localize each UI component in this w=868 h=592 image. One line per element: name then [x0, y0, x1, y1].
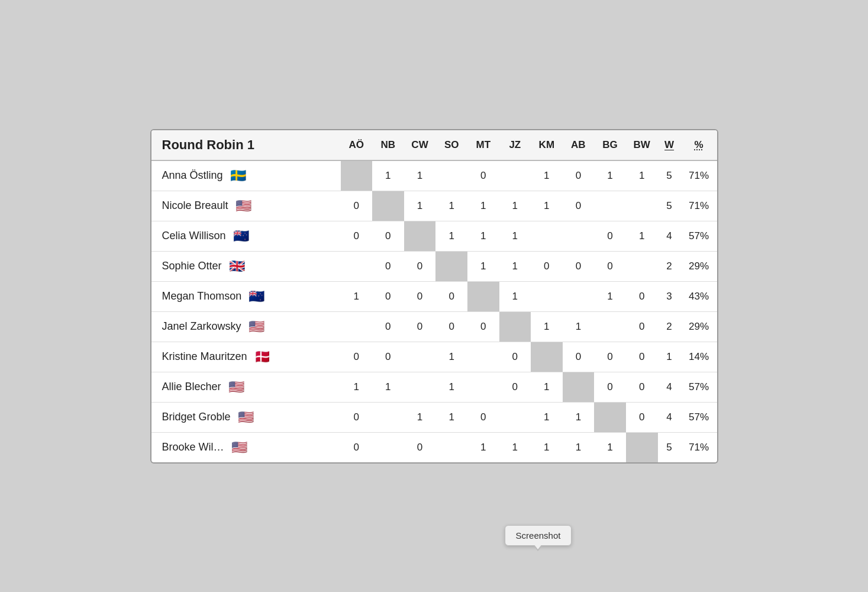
player-name: Janel Zarkowsky	[162, 320, 241, 333]
result-cell	[531, 281, 563, 311]
result-cell: 1	[531, 191, 563, 221]
result-cell	[531, 342, 563, 372]
result-cell	[563, 281, 595, 311]
result-cell: 1	[563, 432, 595, 462]
result-cell: 0	[404, 251, 436, 281]
result-cell: 1	[435, 402, 467, 432]
result-cell: 0	[594, 342, 626, 372]
result-cell	[404, 221, 436, 251]
col-header-ab: AB	[563, 130, 595, 160]
col-header-jz: JZ	[499, 130, 531, 160]
result-cell	[341, 311, 373, 342]
result-cell: 1	[531, 311, 563, 342]
player-name: Kristine Mauritzen	[162, 350, 247, 363]
result-cell: 1	[435, 191, 467, 221]
col-header-ao: AÖ	[341, 130, 373, 160]
table-row: Celia Willison 🇳🇿 0011101457%	[151, 221, 717, 251]
pct-cell: 29%	[681, 251, 717, 281]
pct-cell: 57%	[681, 221, 717, 251]
result-cell: 1	[341, 372, 373, 402]
result-cell: 1	[372, 160, 404, 191]
result-cell: 0	[372, 342, 404, 372]
result-cell: 0	[563, 342, 595, 372]
result-cell	[341, 160, 373, 191]
result-cell: 0	[341, 402, 373, 432]
col-header-bw: BW	[626, 130, 658, 160]
player-cell: Kristine Mauritzen 🇩🇰	[151, 342, 341, 372]
result-cell: 1	[531, 402, 563, 432]
player-flag: 🇳🇿	[233, 230, 249, 243]
result-cell: 0	[626, 281, 658, 311]
player-cell: Bridget Groble 🇺🇸	[151, 402, 341, 432]
result-cell	[531, 221, 563, 251]
result-cell: 0	[626, 342, 658, 372]
player-name: Celia Willison	[162, 230, 226, 242]
table-row: Nicole Breault 🇺🇸 0111110571%	[151, 191, 717, 221]
result-cell: 0	[341, 342, 373, 372]
result-cell: 1	[467, 251, 499, 281]
screenshot-tooltip: Screenshot	[505, 525, 572, 546]
result-cell	[594, 402, 626, 432]
table-row: Megan Thomson 🇳🇿 1000110343%	[151, 281, 717, 311]
result-cell	[435, 432, 467, 462]
player-flag: 🇺🇸	[238, 411, 254, 424]
player-flag: 🇸🇪	[230, 169, 246, 182]
player-cell: Nicole Breault 🇺🇸	[151, 191, 341, 221]
player-cell: Janel Zarkowsky 🇺🇸	[151, 311, 341, 342]
result-cell: 0	[404, 281, 436, 311]
result-cell: 1	[499, 281, 531, 311]
result-cell	[626, 191, 658, 221]
result-cell: 1	[372, 372, 404, 402]
result-cell: 1	[467, 191, 499, 221]
result-cell: 1	[594, 281, 626, 311]
result-cell: 1	[626, 160, 658, 191]
table-row: Kristine Mauritzen 🇩🇰 0010000114%	[151, 342, 717, 372]
table-row: Janel Zarkowsky 🇺🇸 0000110229%	[151, 311, 717, 342]
result-cell	[563, 372, 595, 402]
result-cell	[404, 372, 436, 402]
player-name: Nicole Breault	[162, 200, 228, 212]
result-cell	[404, 342, 436, 372]
pct-cell: 57%	[681, 372, 717, 402]
result-cell: 0	[626, 372, 658, 402]
wins-cell: 5	[658, 160, 681, 191]
result-cell: 0	[626, 402, 658, 432]
wins-cell: 4	[658, 221, 681, 251]
player-name: Megan Thomson	[162, 290, 242, 303]
result-cell: 1	[435, 221, 467, 251]
pct-cell: 71%	[681, 191, 717, 221]
result-cell	[341, 251, 373, 281]
result-cell: 1	[404, 160, 436, 191]
result-cell	[594, 191, 626, 221]
result-cell: 0	[531, 251, 563, 281]
col-header-nb: NB	[372, 130, 404, 160]
result-cell: 1	[499, 251, 531, 281]
wins-cell: 4	[658, 402, 681, 432]
result-cell: 0	[372, 251, 404, 281]
result-cell: 1	[594, 432, 626, 462]
result-cell	[499, 402, 531, 432]
wins-cell: 3	[658, 281, 681, 311]
result-cell: 1	[563, 402, 595, 432]
tooltip-text: Screenshot	[516, 530, 561, 540]
result-cell: 1	[499, 432, 531, 462]
player-cell: Brooke Wil… 🇺🇸	[151, 432, 341, 462]
result-cell: 0	[467, 402, 499, 432]
wins-cell: 2	[658, 251, 681, 281]
result-cell: 1	[404, 402, 436, 432]
player-cell: Megan Thomson 🇳🇿	[151, 281, 341, 311]
result-cell: 1	[594, 160, 626, 191]
player-cell: Celia Willison 🇳🇿	[151, 221, 341, 251]
table-row: Sophie Otter 🇬🇧 0011000229%	[151, 251, 717, 281]
player-name: Bridget Groble	[162, 411, 231, 423]
col-header-cw: CW	[404, 130, 436, 160]
result-cell	[372, 402, 404, 432]
player-name: Sophie Otter	[162, 260, 222, 272]
table-row: Brooke Wil… 🇺🇸 0011111571%	[151, 432, 717, 462]
player-flag: 🇺🇸	[231, 441, 247, 454]
player-flag: 🇳🇿	[249, 290, 264, 303]
result-cell: 0	[563, 191, 595, 221]
col-header-bg: BG	[594, 130, 626, 160]
wins-cell: 1	[658, 342, 681, 372]
result-cell: 0	[372, 281, 404, 311]
